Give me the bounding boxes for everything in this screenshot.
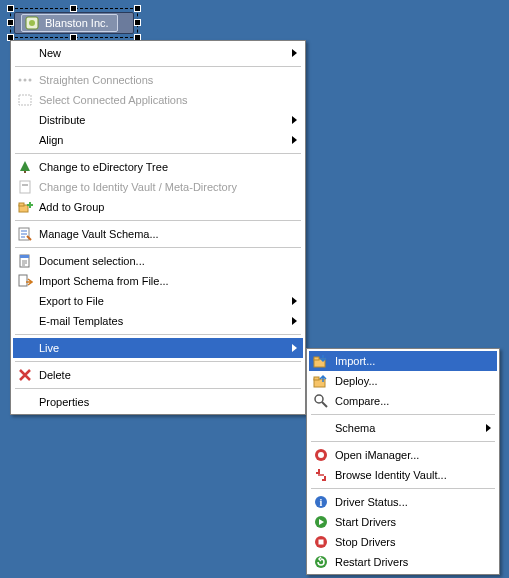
- menu-select-connected: Select Connected Applications: [13, 90, 303, 110]
- menu-start-drivers[interactable]: Start Drivers: [309, 512, 497, 532]
- submenu-arrow-icon: [291, 296, 299, 306]
- submenu-arrow-icon: [291, 48, 299, 58]
- svg-rect-18: [314, 377, 319, 380]
- identity-vault-icon: [25, 16, 39, 30]
- svg-point-1: [29, 20, 35, 26]
- menu-compare[interactable]: Compare...: [309, 391, 497, 411]
- menu-straighten-connections: Straighten Connections: [13, 70, 303, 90]
- resize-handle[interactable]: [134, 5, 141, 12]
- separator: [311, 488, 495, 489]
- resize-handle[interactable]: [7, 5, 14, 12]
- play-icon: [313, 514, 329, 530]
- menu-browse-identity-vault[interactable]: Browse Identity Vault...: [309, 465, 497, 485]
- menu-document-selection[interactable]: Document selection...: [13, 251, 303, 271]
- svg-point-19: [315, 395, 323, 403]
- imanager-icon: [313, 447, 329, 463]
- menu-change-edirectory[interactable]: Change to eDirectory Tree: [13, 157, 303, 177]
- resize-handle[interactable]: [134, 19, 141, 26]
- select-rect-icon: [17, 92, 33, 108]
- deploy-icon: [313, 373, 329, 389]
- submenu-arrow-icon: [485, 423, 493, 433]
- menu-manage-vault-schema[interactable]: Manage Vault Schema...: [13, 224, 303, 244]
- browse-vault-icon: [313, 467, 329, 483]
- menu-new[interactable]: New: [13, 43, 303, 63]
- menu-change-idvault: Change to Identity Vault / Meta-Director…: [13, 177, 303, 197]
- tree-icon: [17, 159, 33, 175]
- blank-icon: [313, 420, 329, 436]
- menu-live[interactable]: Live: [13, 338, 303, 358]
- import-file-icon: [17, 273, 33, 289]
- svg-rect-16: [314, 357, 319, 360]
- svg-rect-10: [19, 203, 24, 206]
- schema-icon: [17, 226, 33, 242]
- blank-icon: [17, 293, 33, 309]
- menu-open-imanager[interactable]: Open iManager...: [309, 445, 497, 465]
- svg-rect-7: [20, 181, 30, 193]
- blank-icon: [17, 132, 33, 148]
- node-label: Blanston Inc.: [45, 17, 109, 29]
- selected-node[interactable]: Blanston Inc.: [10, 8, 138, 38]
- svg-rect-14: [19, 275, 27, 286]
- menu-import-schema-file[interactable]: Import Schema from File...: [13, 271, 303, 291]
- menu-schema[interactable]: Schema: [309, 418, 497, 438]
- menu-email-templates[interactable]: E-mail Templates: [13, 311, 303, 331]
- svg-rect-13: [20, 255, 29, 258]
- import-icon: [313, 353, 329, 369]
- svg-point-4: [29, 79, 32, 82]
- resize-handle[interactable]: [70, 5, 77, 12]
- svg-point-21: [318, 452, 324, 458]
- submenu-arrow-icon: [291, 135, 299, 145]
- blank-icon: [17, 45, 33, 61]
- info-icon: i: [313, 494, 329, 510]
- svg-rect-8: [22, 184, 28, 186]
- submenu-arrow-icon: [291, 115, 299, 125]
- blank-icon: [17, 340, 33, 356]
- blank-icon: [17, 313, 33, 329]
- separator: [15, 361, 301, 362]
- restart-icon: [313, 554, 329, 570]
- separator: [15, 388, 301, 389]
- context-menu: New Straighten Connections Select Connec…: [10, 40, 306, 415]
- menu-restart-drivers[interactable]: Restart Drivers: [309, 552, 497, 572]
- svg-text:i: i: [320, 497, 323, 508]
- submenu-arrow-icon: [291, 343, 299, 353]
- menu-properties[interactable]: Properties: [13, 392, 303, 412]
- separator: [15, 153, 301, 154]
- menu-align[interactable]: Align: [13, 130, 303, 150]
- svg-point-3: [24, 79, 27, 82]
- menu-delete[interactable]: Delete: [13, 365, 303, 385]
- add-group-icon: [17, 199, 33, 215]
- menu-add-to-group[interactable]: Add to Group: [13, 197, 303, 217]
- compare-icon: [313, 393, 329, 409]
- submenu-arrow-icon: [291, 316, 299, 326]
- menu-import[interactable]: Import...: [309, 351, 497, 371]
- separator: [15, 247, 301, 248]
- menu-driver-status[interactable]: i Driver Status...: [309, 492, 497, 512]
- idvault-icon: [17, 179, 33, 195]
- svg-point-2: [19, 79, 22, 82]
- svg-rect-5: [19, 95, 31, 105]
- straighten-icon: [17, 72, 33, 88]
- separator: [311, 441, 495, 442]
- live-submenu: Import... Deploy... Compare... Schema Op…: [306, 348, 500, 575]
- stop-icon: [313, 534, 329, 550]
- menu-export-to-file[interactable]: Export to File: [13, 291, 303, 311]
- separator: [15, 220, 301, 221]
- menu-deploy[interactable]: Deploy...: [309, 371, 497, 391]
- menu-distribute[interactable]: Distribute: [13, 110, 303, 130]
- svg-rect-26: [319, 540, 324, 545]
- blank-icon: [17, 394, 33, 410]
- separator: [311, 414, 495, 415]
- blank-icon: [17, 112, 33, 128]
- resize-handle[interactable]: [7, 19, 14, 26]
- separator: [15, 334, 301, 335]
- svg-rect-6: [24, 171, 26, 173]
- separator: [15, 66, 301, 67]
- document-icon: [17, 253, 33, 269]
- menu-stop-drivers[interactable]: Stop Drivers: [309, 532, 497, 552]
- delete-icon: [17, 367, 33, 383]
